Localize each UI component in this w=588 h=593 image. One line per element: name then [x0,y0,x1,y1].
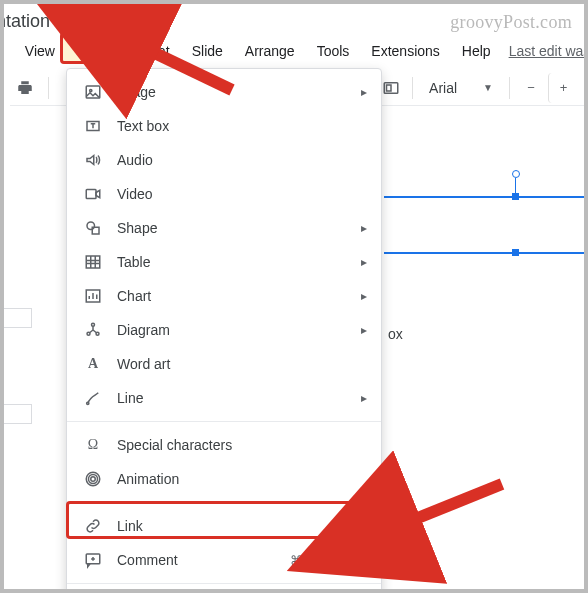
svg-rect-6 [86,190,96,199]
table-icon [83,252,103,272]
menu-item-label: Animation [117,471,365,487]
menu-item-chart[interactable]: Chart ▸ [67,279,381,313]
video-icon [83,184,103,204]
chevron-down-icon: ▼ [483,82,493,93]
text-box-icon [83,116,103,136]
menu-extensions[interactable]: Extensions [361,39,449,63]
svg-line-19 [136,44,232,90]
comment-icon [83,550,103,570]
font-decrease[interactable]: − [516,73,546,103]
shortcut: ⌘+Option+M [290,553,367,568]
cloud-icon[interactable] [122,12,140,30]
image-icon [83,82,103,102]
menu-divider [67,421,381,422]
menu-help[interactable]: Help [452,39,501,63]
menu-item-label: Audio [117,152,365,168]
menu-item-label: Word art [117,356,365,372]
menu-item-animation[interactable]: Animation [67,462,381,496]
svg-rect-2 [387,85,392,91]
shape-icon [83,218,103,238]
menu-item-audio[interactable]: Audio [67,143,381,177]
animation-icon [83,469,103,489]
selection-handle[interactable] [512,249,519,256]
menu-item-label: Special characters [117,437,365,453]
submenu-arrow-icon: ▸ [361,255,367,269]
svg-point-16 [89,475,98,484]
line-icon [83,388,103,408]
menu-item-label: Shape [117,220,365,236]
font-increase[interactable]: + [548,73,578,103]
menu-divider [67,583,381,584]
menu-item-label: Diagram [117,322,365,338]
watermark: groovyPost.com [450,12,572,33]
menu-item-diagram[interactable]: Diagram ▸ [67,313,381,347]
submenu-arrow-icon: ▸ [361,221,367,235]
selection-handle[interactable] [512,193,519,200]
menu-item-table[interactable]: Table ▸ [67,245,381,279]
svg-line-20 [398,484,502,526]
selection-edge[interactable] [384,196,584,198]
svg-point-15 [91,477,96,482]
audio-icon [83,150,103,170]
menu-item-text-box[interactable]: Text box [67,109,381,143]
menu-tools[interactable]: Tools [307,39,360,63]
star-icon[interactable] [62,12,80,30]
menu-item-label: Text box [117,118,365,134]
menu-item-special-characters[interactable]: Ω Special characters [67,428,381,462]
menu-item-label: Table [117,254,365,270]
svg-rect-9 [86,256,100,268]
svg-rect-0 [95,17,104,25]
svg-point-11 [92,323,95,326]
special-chars-icon: Ω [83,435,103,455]
menu-item-label: Line [117,390,365,406]
selection-edge[interactable] [384,252,584,254]
submenu-arrow-icon: ▸ [361,323,367,337]
menu-item-label: Chart [117,288,365,304]
menu-item-line[interactable]: Line ▸ [67,381,381,415]
submenu-arrow-icon: ▸ [361,85,367,99]
submenu-arrow-icon: ▸ [361,391,367,405]
menu-edit[interactable]: dit [0,39,13,63]
menu-view[interactable]: View [15,39,65,63]
print-icon[interactable] [10,73,40,103]
diagram-icon [83,320,103,340]
slide-thumbnail[interactable] [2,308,32,328]
rotation-handle[interactable] [512,170,520,178]
slide-thumbnail[interactable] [2,404,32,424]
highlight-insert [60,32,128,64]
highlight-comment [66,501,382,539]
menu-item-shape[interactable]: Shape ▸ [67,211,381,245]
menu-item-word-art[interactable]: A Word art [67,347,381,381]
doc-title[interactable]: d presentation [0,11,50,32]
menu-item-label: Video [117,186,365,202]
submenu-arrow-icon: ▸ [361,289,367,303]
menu-arrange[interactable]: Arrange [235,39,305,63]
annotation-arrow [122,32,242,102]
svg-point-7 [87,222,95,230]
font-name: Arial [429,80,457,96]
svg-point-4 [90,89,92,91]
menu-item-video[interactable]: Video [67,177,381,211]
chart-icon [83,286,103,306]
last-edit-link[interactable]: Last edit was sec [503,39,588,63]
move-icon[interactable] [92,12,110,30]
annotation-arrow [384,474,514,554]
font-select[interactable]: Arial ▼ [419,74,503,102]
textbox-fragment: ox [388,326,403,342]
menu-item-comment[interactable]: Comment ⌘+Option+M [67,543,381,577]
word-art-icon: A [83,354,103,374]
